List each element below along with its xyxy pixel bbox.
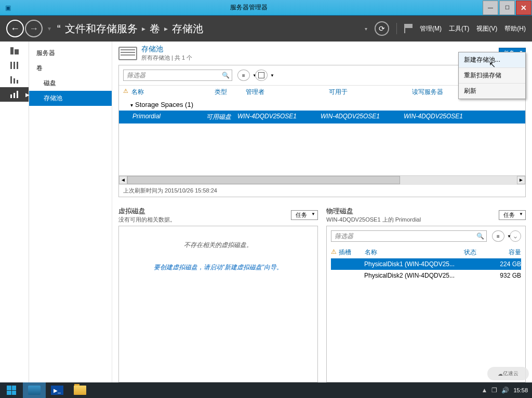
rail-storage[interactable]: ▶ — [0, 87, 29, 102]
sidebar-item-disks[interactable]: 磁盘 — [29, 76, 112, 91]
pool-row-primordial[interactable]: Primordial 可用磁盘 WIN-4DQDV25OSE1 WIN-4DQD… — [119, 111, 525, 123]
group-row[interactable]: ▾Storage Spaces (1) — [119, 99, 525, 111]
pd-table-header: ⚠ 插槽 名称 状态 容量 — [331, 247, 521, 258]
taskbar: ▶_ ▲ ❐ 🔊 15:58 — [0, 382, 532, 398]
cell-manager: WIN-4DQDV25OSE1 — [237, 113, 321, 121]
col-usable[interactable]: 可用于 — [329, 88, 412, 97]
physical-disks-title: 物理磁盘 — [326, 207, 421, 216]
minimize-button[interactable]: — — [483, 1, 498, 15]
list-view-button[interactable]: ≡▼ — [237, 70, 250, 81]
dropdown-icon[interactable]: ▾ — [365, 26, 367, 32]
pd-row-2[interactable]: PhysicalDisk2 (WIN-4DQDV25... 932 GB — [331, 270, 521, 281]
windows-icon — [7, 386, 16, 395]
col-slot[interactable]: 插槽 — [339, 248, 365, 257]
cell-usable: WIN-4DQDV25OSE1 — [321, 113, 404, 121]
col-type[interactable]: 类型 — [215, 88, 246, 97]
breadcrumb-prefix: “ — [57, 23, 61, 35]
search-icon[interactable]: 🔍 — [474, 231, 486, 241]
breadcrumb-volumes[interactable]: 卷 — [150, 22, 160, 36]
cell-name: PhysicalDisk1 (WIN-4DQDV25... — [364, 260, 464, 268]
sidebar-item-servers[interactable]: 服务器 — [29, 46, 112, 61]
menu-view[interactable]: 视图(V) — [476, 24, 497, 33]
menu-help[interactable]: 帮助(H) — [504, 24, 526, 33]
tray-network-icon[interactable]: ❐ — [491, 387, 497, 394]
scroll-left-icon[interactable]: ◄ — [119, 176, 127, 184]
rail-local[interactable] — [0, 58, 29, 73]
start-button[interactable] — [0, 382, 23, 398]
bars-icon — [10, 76, 19, 84]
server-manager-icon — [28, 386, 41, 395]
rail-dashboard[interactable] — [0, 44, 29, 58]
close-button[interactable]: ✕ — [516, 1, 531, 15]
virtual-disks-title: 虚拟磁盘 — [118, 207, 176, 216]
search-icon[interactable]: 🔍 — [219, 70, 232, 80]
physical-disks-tasks-button[interactable]: 任务 — [499, 210, 526, 220]
cell-name: PhysicalDisk2 (WIN-4DQDV25... — [364, 272, 464, 279]
notifications-flag-icon[interactable] — [404, 24, 413, 33]
taskbar-explorer[interactable] — [69, 382, 91, 398]
col-capacity[interactable]: 容量 — [490, 248, 521, 257]
sidebar: 服务器 卷 磁盘 存储池 — [29, 42, 112, 382]
breadcrumb-sep-icon: ▸ — [164, 24, 168, 33]
tray-clock[interactable]: 15:58 — [513, 387, 528, 393]
warning-icon: ⚠ — [123, 88, 128, 97]
menu-refresh[interactable]: 刷新 — [459, 84, 525, 99]
pool-filter-input[interactable]: 🔍 — [123, 70, 232, 81]
sidebar-item-volumes[interactable]: 卷 — [29, 61, 112, 76]
taskbar-powershell[interactable]: ▶_ — [46, 382, 69, 398]
menu-tools[interactable]: 工具(T) — [449, 24, 469, 33]
col-status[interactable]: 状态 — [464, 248, 490, 257]
tray-flag-icon[interactable]: ▲ — [482, 387, 488, 394]
explorer-icon — [74, 386, 86, 395]
chevron-down-icon: ▼ — [507, 234, 511, 239]
scroll-right-icon[interactable]: ► — [517, 176, 525, 184]
pd-filter-input[interactable]: 🔍 — [331, 230, 487, 242]
breadcrumb-sep-icon: ▸ — [142, 24, 145, 33]
filter-text-field[interactable] — [331, 231, 474, 241]
group-label: Storage Spaces (1) — [135, 101, 193, 108]
cell-capacity: 932 GB — [490, 272, 521, 279]
virtual-disks-tasks-button[interactable]: 任务 — [291, 210, 318, 220]
tray-sound-icon[interactable]: 🔊 — [501, 387, 509, 394]
filter-text-field[interactable] — [124, 70, 219, 80]
menu-rescan[interactable]: 重新扫描存储 — [459, 68, 525, 84]
list-view-button[interactable]: ≡▼ — [492, 230, 504, 242]
separator — [396, 23, 397, 34]
chevron-down-icon: ▼ — [270, 73, 274, 78]
menu-manage[interactable]: 管理(M) — [420, 24, 442, 33]
cell-rw: WIN-4DQDV25OSE1 — [404, 113, 487, 121]
tasks-dropdown-menu: 新建存储池... 重新扫描存储 刷新 — [458, 52, 526, 99]
refresh-icon[interactable]: ⟳ — [375, 21, 389, 36]
app-icon: ▣ — [5, 4, 11, 11]
nav-back-button[interactable]: ← — [6, 20, 24, 37]
cell-name: Primordial — [123, 113, 206, 121]
menu-new-pool[interactable]: 新建存储池... — [459, 52, 525, 68]
storage-pool-icon — [118, 47, 137, 60]
taskbar-server-manager[interactable] — [23, 382, 46, 398]
expand-button[interactable]: ⌵ — [510, 230, 521, 242]
system-tray: ▲ ❐ 🔊 15:58 — [482, 387, 532, 394]
header-bar: ← → ▾ “ 文件和存储服务 ▸ 卷 ▸ 存储池 ▾ ⟳ 管理(M) 工具(T… — [0, 16, 532, 42]
tile-view-button[interactable]: ▼ — [255, 70, 268, 81]
col-manager[interactable]: 管理者 — [246, 88, 329, 97]
icon-rail: ▶ — [0, 42, 29, 382]
breadcrumb-pool[interactable]: 存储池 — [172, 22, 203, 36]
col-name[interactable]: 名称 — [365, 248, 464, 257]
rail-all[interactable] — [0, 73, 29, 87]
sidebar-item-pools[interactable]: 存储池 — [29, 91, 112, 106]
breadcrumb-service[interactable]: 文件和存储服务 — [65, 22, 138, 36]
dashboard-icon — [10, 47, 19, 54]
physical-disks-panel: 物理磁盘 WIN-4DQDV25OSE1 上的 Primordial 任务 🔍 … — [326, 207, 526, 382]
horizontal-scrollbar[interactable]: ◄ ► — [119, 175, 525, 184]
window-title: 服务器管理器 — [16, 3, 482, 12]
window-titlebar: ▣ 服务器管理器 — ☐ ✕ — [0, 0, 532, 16]
col-name[interactable]: 名称 — [131, 88, 215, 97]
vd-empty-link[interactable]: 要创建虚拟磁盘，请启动"新建虚拟磁盘"向导。 — [123, 263, 313, 272]
nav-forward-button[interactable]: → — [25, 20, 43, 37]
collapse-icon: ▾ — [130, 102, 133, 108]
maximize-button[interactable]: ☐ — [499, 1, 515, 15]
cell-type: 可用磁盘 — [206, 113, 237, 121]
powershell-icon: ▶_ — [51, 386, 63, 395]
virtual-disks-subtitle: 没有可用的相关数据。 — [118, 216, 176, 224]
pd-row-1[interactable]: PhysicalDisk1 (WIN-4DQDV25... 224 GB — [331, 258, 521, 270]
